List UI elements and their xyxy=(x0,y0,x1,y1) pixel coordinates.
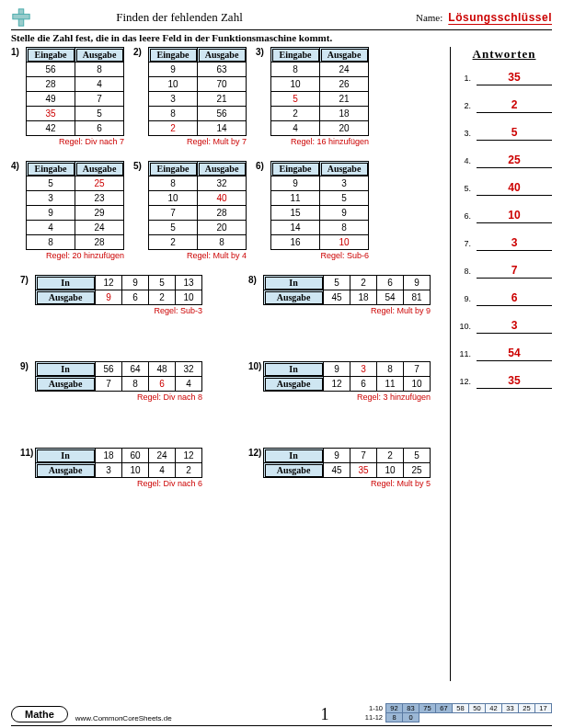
cell: 12 xyxy=(176,449,202,463)
answers-list: 1.352.23.54.255.406.107.38.79.610.311.54… xyxy=(456,71,552,389)
cell: 9 xyxy=(324,362,350,377)
cell: 4 xyxy=(176,377,202,392)
cell: 35 xyxy=(27,107,75,121)
score-cell: 33 xyxy=(502,704,519,713)
cell: 10 xyxy=(404,377,431,392)
horizontal-row-1: 7) In129513 Ausgabe96210 Regel: Sub-3 8)… xyxy=(20,275,444,315)
answer-value: 25 xyxy=(477,154,552,168)
function-table: EingabeAusgabe 8241026521218420 xyxy=(270,47,369,136)
cell: 2 xyxy=(149,121,198,136)
cell: 5 xyxy=(75,107,124,121)
col-out: Ausgabe xyxy=(320,48,369,63)
cell: 21 xyxy=(320,92,369,107)
cell: 48 xyxy=(149,362,176,377)
score-cell: 92 xyxy=(386,704,403,713)
answer-row: 4.25 xyxy=(456,154,552,168)
answer-number: 1. xyxy=(456,74,471,83)
cell: 56 xyxy=(27,63,75,77)
cell: 3 xyxy=(96,463,122,478)
cell: 8 xyxy=(198,235,247,250)
answer-value: 7 xyxy=(477,264,552,279)
cell: 5 xyxy=(404,449,431,463)
cell: 6 xyxy=(149,377,176,392)
page-title: Finden der fehlenden Zahl xyxy=(0,10,416,25)
score-cell: 8 xyxy=(386,713,403,722)
cell: 8 xyxy=(122,377,149,392)
rule-text: Regel: 16 hinzufügen xyxy=(270,137,369,146)
cell: 9 xyxy=(27,206,75,221)
answer-row: 10.3 xyxy=(456,319,552,334)
cell: 9 xyxy=(404,276,431,290)
cell: 45 xyxy=(324,463,350,478)
content-columns: 1) EingabeAusgabe 568284497355426 Regel:… xyxy=(11,47,552,681)
cell: 18 xyxy=(350,290,377,305)
row-out: Ausgabe xyxy=(264,463,324,478)
answer-number: 9. xyxy=(456,294,471,303)
answers-column: Antworten 1.352.23.54.255.406.107.38.79.… xyxy=(451,47,552,402)
cell: 4 xyxy=(149,463,176,478)
cell: 11 xyxy=(377,377,404,392)
function-table: In9725 Ausgabe45351025 xyxy=(263,448,431,478)
cell: 8 xyxy=(149,176,198,191)
answer-row: 7.3 xyxy=(456,236,552,251)
cell: 63 xyxy=(198,63,247,77)
cell: 18 xyxy=(96,449,122,463)
cell: 9 xyxy=(149,63,198,77)
function-table: In5269 Ausgabe45185481 xyxy=(263,275,431,305)
cell: 9 xyxy=(96,290,122,305)
answer-row: 8.7 xyxy=(456,264,552,279)
row-in: In xyxy=(36,362,96,377)
cell: 45 xyxy=(324,290,350,305)
cell: 2 xyxy=(350,276,377,290)
row-in: In xyxy=(264,276,324,290)
row-out: Ausgabe xyxy=(264,290,324,305)
cell: 20 xyxy=(198,221,247,235)
problem-11: 11) In18602412 Ausgabe31042 Regel: Div n… xyxy=(20,448,202,488)
answer-number: 6. xyxy=(456,211,471,221)
problems-area: 1) EingabeAusgabe 568284497355426 Regel:… xyxy=(11,47,451,681)
score-cell: 75 xyxy=(419,704,436,713)
problem-number: 5) xyxy=(133,161,146,171)
cell: 9 xyxy=(324,449,350,463)
rule-text: Regel: Div nach 6 xyxy=(35,479,202,488)
cell: 4 xyxy=(75,77,124,92)
cell: 12 xyxy=(96,276,122,290)
cell: 2 xyxy=(149,235,198,250)
cell: 26 xyxy=(320,77,369,92)
problem-4: 4) EingabeAusgabe 525323929424828 Regel:… xyxy=(11,161,124,260)
footer-url: www.CommonCoreSheets.de xyxy=(75,714,172,722)
problem-number: 6) xyxy=(256,161,269,171)
row-in: In xyxy=(36,449,96,463)
score-cell: 67 xyxy=(436,704,453,713)
function-table: In56644832 Ausgabe7864 xyxy=(35,361,202,392)
cell: 3 xyxy=(149,92,198,107)
cell: 24 xyxy=(320,63,369,77)
cell: 10 xyxy=(149,77,198,92)
problem-number: 2) xyxy=(133,47,146,57)
footer: Mathe www.CommonCoreSheets.de 1 1-109283… xyxy=(11,703,552,722)
cell: 8 xyxy=(377,362,404,377)
answer-number: 8. xyxy=(456,267,471,276)
function-table: In129513 Ausgabe96210 xyxy=(35,275,202,305)
answer-value: 6 xyxy=(477,291,552,306)
col-out: Ausgabe xyxy=(198,48,247,63)
answer-value: 3 xyxy=(477,319,552,334)
col-out: Ausgabe xyxy=(198,162,247,176)
answer-value: 5 xyxy=(477,126,552,141)
cell: 13 xyxy=(176,276,202,290)
cell: 28 xyxy=(198,206,247,221)
cell: 14 xyxy=(198,121,247,136)
cell: 16 xyxy=(271,235,320,250)
cell: 5 xyxy=(27,176,75,191)
cell: 3 xyxy=(350,362,377,377)
rule-text: Regel: 20 hinzufügen xyxy=(26,251,124,260)
answer-row: 6.10 xyxy=(456,209,552,223)
cell: 3 xyxy=(320,176,369,191)
answer-value: 40 xyxy=(477,181,552,196)
answer-row: 11.54 xyxy=(456,347,552,361)
answer-number: 3. xyxy=(456,129,471,138)
col-in: Eingabe xyxy=(271,162,320,176)
horizontal-row-3: 11) In18602412 Ausgabe31042 Regel: Div n… xyxy=(20,448,444,488)
cell: 7 xyxy=(75,92,124,107)
col-in: Eingabe xyxy=(27,48,75,63)
